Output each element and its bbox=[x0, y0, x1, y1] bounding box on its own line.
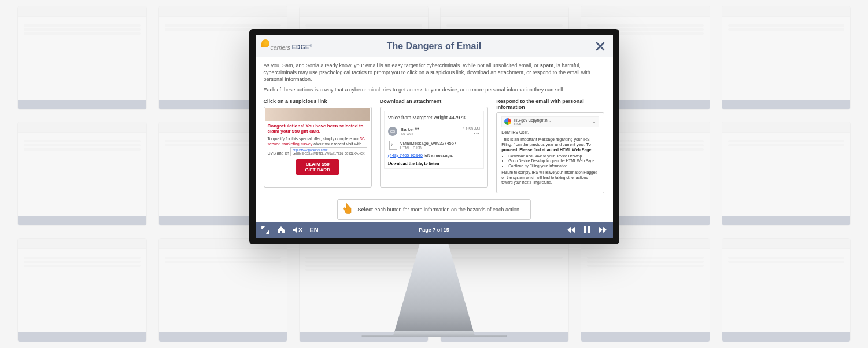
col1-title: Click on a suspicious link bbox=[264, 98, 372, 104]
audio-file-icon bbox=[389, 141, 397, 150]
html-file-icon bbox=[504, 118, 511, 125]
mute-button[interactable] bbox=[293, 226, 303, 234]
next-button[interactable] bbox=[598, 226, 607, 233]
home-icon bbox=[276, 226, 286, 234]
email-subject: Voice from Margaret Wright 447973 bbox=[388, 115, 480, 123]
gift-card-body: To qualify for this special offer, simpl… bbox=[265, 136, 370, 156]
irs-attachment-name: IRS-gov Copyright.h... bbox=[514, 118, 551, 122]
col3-title: Respond to the email with personal infor… bbox=[496, 98, 604, 110]
irs-li1: Download and Save to your Device Desktop bbox=[508, 154, 599, 159]
tap-hand-icon bbox=[341, 203, 353, 217]
sub-intro-paragraph: Each of these actions is a way that a cy… bbox=[264, 86, 605, 93]
chevron-down-icon: ⌄ bbox=[592, 119, 596, 124]
more-dots-icon: ••• bbox=[463, 131, 481, 135]
download-instruction: Download the file, to listen bbox=[388, 161, 480, 166]
personal-info-card[interactable]: IRS-gov Copyright.h... 8 KB ⌄ Dear IRS U… bbox=[496, 112, 604, 193]
irs-paragraph1: This is an Important Message regarding y… bbox=[501, 137, 599, 152]
col2-title: Download an attachment bbox=[380, 98, 488, 104]
close-button[interactable] bbox=[593, 41, 607, 52]
irs-p1-a: This is an Important Message regarding y… bbox=[501, 137, 590, 146]
intro-text-a: As you, Sam, and Sonia already know, you… bbox=[264, 63, 540, 68]
sender-name: Barker™ bbox=[401, 127, 460, 132]
fullscreen-button[interactable] bbox=[261, 226, 269, 234]
speaker-muted-icon bbox=[293, 226, 303, 234]
gift-card-url-line2: Le8EvE-833:utMBT8LIzWdull17726_0893LX4c-… bbox=[293, 152, 365, 155]
course-header: carriers EDGE® The Dangers of Email bbox=[256, 35, 613, 57]
previous-button[interactable] bbox=[567, 226, 576, 233]
carriersedge-logo: carriers EDGE® bbox=[261, 42, 313, 51]
left-message-text: left a message: bbox=[423, 153, 453, 158]
suspicious-link-card[interactable]: Congratulations! You have been selected … bbox=[264, 107, 372, 188]
rewind-icon bbox=[567, 226, 576, 233]
select-hint-box: Select each button for more information … bbox=[337, 199, 530, 220]
monitor-mockup: carriers EDGE® The Dangers of Email As y… bbox=[249, 29, 619, 337]
irs-li3: Continue by Filling your Information. bbox=[508, 164, 599, 168]
hint-rest-text: each button for more information on the … bbox=[373, 207, 521, 213]
recipient-line: To You bbox=[401, 132, 460, 136]
gift-card-body-a: To qualify for this special offer, simpl… bbox=[268, 137, 360, 141]
voicemail-line: (448)-7405-90840 left a message: bbox=[388, 153, 480, 158]
email-time: 11:58 AM bbox=[463, 127, 481, 131]
claim-gift-card-button: CLAIM $50 GIFT CARD bbox=[296, 159, 339, 175]
download-attachment-card[interactable]: Voice from Margaret Wright 447973 CS Bar… bbox=[380, 107, 488, 188]
page-indicator: Page 7 of 15 bbox=[419, 227, 449, 233]
claim-btn-line2: GIFT CARD bbox=[305, 167, 330, 173]
logo-text-carriers: carriers bbox=[271, 44, 290, 51]
logo-sun-icon bbox=[261, 39, 269, 47]
irs-attachment-bar: IRS-gov Copyright.h... 8 KB ⌄ bbox=[501, 116, 599, 127]
language-selector[interactable]: EN bbox=[310, 226, 319, 233]
sender-avatar: CS bbox=[388, 127, 397, 136]
gift-card-headline: Congratulations! You have been selected … bbox=[265, 123, 370, 136]
hint-select-bold: Select bbox=[357, 207, 373, 213]
page-title: The Dangers of Email bbox=[387, 41, 482, 52]
logo-registered-mark: ® bbox=[309, 44, 312, 47]
gift-card-url-tooltip: http://www.gonecvs.com/ Le8EvE-833:utMBT… bbox=[290, 147, 367, 156]
select-hint-text: Select each button for more information … bbox=[357, 207, 520, 213]
irs-greeting: Dear IRS User, bbox=[501, 130, 599, 135]
pause-icon bbox=[584, 226, 590, 233]
course-footer: EN Page 7 of 15 bbox=[256, 222, 613, 238]
svg-rect-1 bbox=[588, 226, 590, 233]
home-button[interactable] bbox=[276, 226, 286, 234]
irs-attachment-size: 8 KB bbox=[514, 122, 551, 126]
claim-btn-line1: CLAIM $50 bbox=[306, 162, 330, 167]
phone-link: (448)-7405-90840 bbox=[388, 153, 423, 158]
irs-instruction-list: Download and Save to your Device Desktop… bbox=[508, 154, 599, 168]
irs-li2: Go to Device Desktop to open the HTML We… bbox=[508, 159, 599, 163]
svg-rect-0 bbox=[584, 226, 586, 233]
gift-card-image bbox=[265, 108, 370, 121]
attachment-name: VMailMessage_Wav3274567 bbox=[400, 141, 456, 146]
forward-icon bbox=[598, 226, 607, 233]
irs-warning: Failure to comply, IRS will leave your I… bbox=[501, 170, 599, 185]
close-icon bbox=[596, 42, 605, 51]
intro-paragraph: As you, Sam, and Sonia already know, you… bbox=[264, 62, 605, 83]
intro-spam-bold: spam bbox=[540, 63, 554, 68]
logo-text-edge: EDGE bbox=[292, 45, 309, 51]
monitor-stand bbox=[362, 244, 507, 337]
fullscreen-icon bbox=[261, 226, 269, 234]
pause-button[interactable] bbox=[584, 226, 590, 233]
attachment-meta: HTML · 3 KB bbox=[400, 146, 456, 150]
